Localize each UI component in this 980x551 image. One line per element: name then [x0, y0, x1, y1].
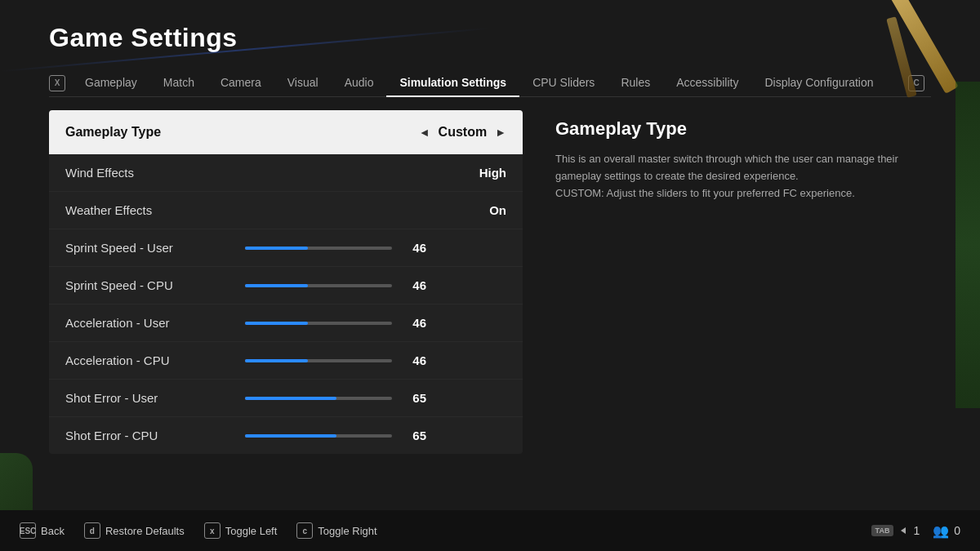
- action-toggle-right-label: Toggle Right: [318, 525, 376, 537]
- setting-acceleration-user: Acceleration - User 46: [49, 304, 523, 342]
- slider-fill: [245, 322, 308, 325]
- slider-fill: [245, 434, 336, 438]
- slider-track: [245, 247, 392, 250]
- gameplay-type-label: Gameplay Type: [65, 125, 161, 140]
- action-restore-defaults: d Restore Defaults: [84, 522, 185, 539]
- key-d: d: [84, 522, 100, 539]
- nav-tabs: X Gameplay Match Camera Visual Audio Sim…: [49, 69, 931, 97]
- slider-shot-error-user[interactable]: 65: [245, 391, 506, 405]
- setting-name-sprint-speed-user: Sprint Speed - User: [65, 241, 229, 255]
- gameplay-type-row: Gameplay Type ◄ Custom ►: [49, 110, 523, 154]
- setting-sprint-speed-cpu: Sprint Speed - CPU 46: [49, 267, 523, 304]
- tab-icon: TAB: [871, 525, 894, 536]
- gameplay-type-value: Custom: [439, 125, 488, 140]
- gameplay-type-left-arrow[interactable]: ◄: [419, 126, 430, 139]
- setting-name-sprint-speed-cpu: Sprint Speed - CPU: [65, 278, 229, 292]
- right-panel: Gameplay Type This is an overall master …: [539, 110, 931, 530]
- left-arrow-icon: [898, 526, 908, 535]
- gameplay-type-control: ◄ Custom ►: [419, 125, 506, 140]
- setting-name-acceleration-cpu: Acceleration - CPU: [65, 353, 229, 367]
- slider-num: 46: [403, 278, 426, 292]
- tab-gameplay[interactable]: Gameplay: [72, 69, 150, 97]
- bottom-right: TAB 1 👥 0: [871, 523, 960, 539]
- setting-name-shot-error-user: Shot Error - User: [65, 391, 229, 405]
- slider-fill: [245, 397, 336, 400]
- main-content: Gameplay Type ◄ Custom ► Wind Effects Hi…: [0, 97, 980, 530]
- setting-name-weather-effects: Weather Effects: [65, 203, 229, 217]
- slider-acceleration-user[interactable]: 46: [245, 316, 506, 330]
- key-x: x: [204, 522, 220, 539]
- slider-track: [245, 322, 392, 325]
- setting-shot-error-cpu: Shot Error - CPU 65: [49, 417, 523, 454]
- players-count-item: 👥 0: [933, 523, 960, 539]
- left-panel: Gameplay Type ◄ Custom ► Wind Effects Hi…: [49, 110, 523, 530]
- slider-num: 46: [403, 241, 426, 255]
- setting-weather-effects: Weather Effects On: [49, 192, 523, 229]
- info-title: Gameplay Type: [555, 118, 915, 140]
- bottom-bar: ESC Back d Restore Defaults x Toggle Lef…: [0, 510, 980, 551]
- action-restore-label: Restore Defaults: [105, 525, 185, 537]
- setting-name-wind-effects: Wind Effects: [65, 166, 229, 180]
- action-toggle-left-label: Toggle Left: [225, 525, 278, 537]
- tab-camera[interactable]: Camera: [207, 69, 274, 97]
- slider-num: 46: [403, 353, 426, 367]
- players-count: 0: [954, 524, 960, 537]
- action-back-label: Back: [41, 525, 65, 537]
- setting-acceleration-cpu: Acceleration - CPU 46: [49, 342, 523, 380]
- setting-shot-error-user: Shot Error - User 65: [49, 380, 523, 417]
- tab-audio[interactable]: Audio: [332, 69, 387, 97]
- slider-sprint-speed-cpu[interactable]: 46: [245, 278, 506, 292]
- nav-right-icon: C: [908, 75, 924, 91]
- tab-count: 1: [913, 524, 920, 537]
- setting-name-acceleration-user: Acceleration - User: [65, 316, 229, 330]
- settings-list: Wind Effects High Weather Effects On Spr…: [49, 154, 523, 454]
- action-back: ESC Back: [20, 522, 65, 539]
- slider-num: 46: [403, 316, 426, 330]
- tab-accessibility[interactable]: Accessibility: [663, 69, 751, 97]
- slider-shot-error-cpu[interactable]: 65: [245, 429, 506, 442]
- slider-num: 65: [403, 429, 426, 442]
- action-toggle-right: c Toggle Right: [296, 522, 376, 539]
- tab-count-item: TAB 1: [871, 524, 920, 537]
- setting-name-shot-error-cpu: Shot Error - CPU: [65, 429, 229, 442]
- slider-sprint-speed-user[interactable]: 46: [245, 241, 506, 255]
- gameplay-type-right-arrow[interactable]: ►: [495, 126, 506, 139]
- slider-fill: [245, 247, 308, 250]
- setting-value-wind-effects: High: [479, 166, 506, 180]
- slider-track: [245, 397, 392, 400]
- tab-rules[interactable]: Rules: [608, 69, 663, 97]
- page-title: Game Settings: [49, 23, 931, 53]
- slider-num: 65: [403, 391, 426, 405]
- setting-wind-effects: Wind Effects High: [49, 154, 523, 192]
- slider-acceleration-cpu[interactable]: 46: [245, 353, 506, 367]
- svg-marker-0: [901, 527, 906, 534]
- slider-track: [245, 284, 392, 287]
- tab-cpu-sliders[interactable]: CPU Sliders: [519, 69, 608, 97]
- slider-fill: [245, 359, 308, 362]
- tab-simulation-settings[interactable]: Simulation Settings: [386, 69, 519, 97]
- tab-visual[interactable]: Visual: [274, 69, 332, 97]
- slider-fill: [245, 284, 308, 287]
- people-icon: 👥: [933, 523, 949, 539]
- slider-track: [245, 434, 392, 438]
- tab-display-configuration[interactable]: Display Configuration: [751, 69, 886, 97]
- key-c: c: [296, 522, 313, 539]
- key-esc: ESC: [20, 522, 36, 539]
- info-description: This is an overall master switch through…: [555, 151, 915, 202]
- nav-left-icon: X: [49, 75, 65, 91]
- setting-sprint-speed-user: Sprint Speed - User 46: [49, 229, 523, 267]
- tab-match[interactable]: Match: [150, 69, 207, 97]
- action-toggle-left: x Toggle Left: [204, 522, 278, 539]
- header: Game Settings X Gameplay Match Camera Vi…: [0, 0, 980, 97]
- slider-track: [245, 359, 392, 362]
- setting-value-weather-effects: On: [489, 203, 506, 217]
